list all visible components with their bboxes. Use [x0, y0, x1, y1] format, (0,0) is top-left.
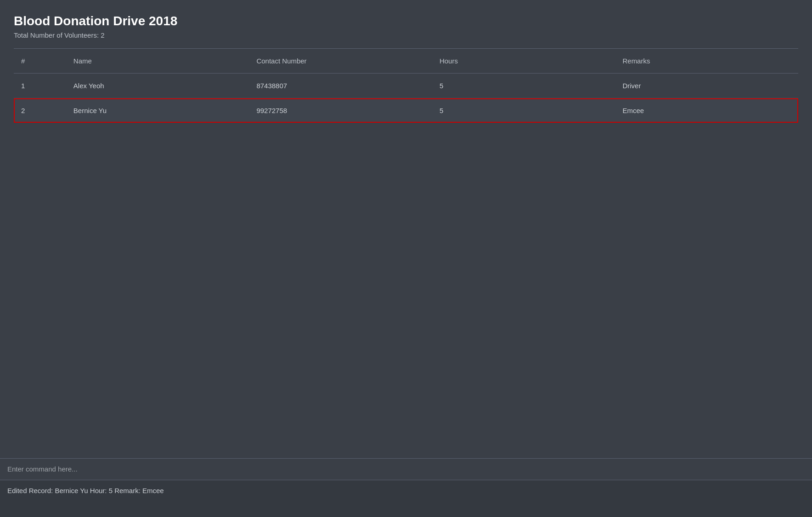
volunteers-table: # Name Contact Number Hours Remarks 1Ale…: [14, 49, 798, 123]
command-input-area[interactable]: [0, 459, 812, 480]
command-input[interactable]: [7, 465, 805, 473]
table-row[interactable]: 1Alex Yeoh874388075Driver: [14, 74, 798, 98]
table-row[interactable]: 2Bernice Yu992727585Emcee: [14, 98, 798, 123]
col-header-name: Name: [66, 49, 249, 74]
col-header-num: #: [14, 49, 66, 74]
col-header-remarks: Remarks: [615, 49, 798, 74]
table-container: # Name Contact Number Hours Remarks 1Ale…: [14, 49, 798, 123]
status-text: Edited Record: Bernice Yu Hour: 5 Remark…: [7, 487, 164, 494]
cell-contact: 99272758: [249, 98, 432, 123]
main-content: Blood Donation Drive 2018 Total Number o…: [0, 0, 812, 458]
col-header-hours: Hours: [432, 49, 615, 74]
table-body: 1Alex Yeoh874388075Driver2Bernice Yu9927…: [14, 74, 798, 123]
col-header-contact: Contact Number: [249, 49, 432, 74]
cell-remarks: Emcee: [615, 98, 798, 123]
page-title: Blood Donation Drive 2018: [14, 14, 798, 28]
cell-name: Alex Yeoh: [66, 74, 249, 98]
bottom-area: Edited Record: Bernice Yu Hour: 5 Remark…: [0, 458, 812, 517]
cell-num: 2: [14, 98, 66, 123]
table-header-row: # Name Contact Number Hours Remarks: [14, 49, 798, 74]
cell-name: Bernice Yu: [66, 98, 249, 123]
cell-hours: 5: [432, 98, 615, 123]
cell-contact: 87438807: [249, 74, 432, 98]
cell-remarks: Driver: [615, 74, 798, 98]
cell-hours: 5: [432, 74, 615, 98]
cell-num: 1: [14, 74, 66, 98]
status-bar: Edited Record: Bernice Yu Hour: 5 Remark…: [0, 480, 812, 517]
volunteer-count: Total Number of Volunteers: 2: [14, 31, 798, 39]
